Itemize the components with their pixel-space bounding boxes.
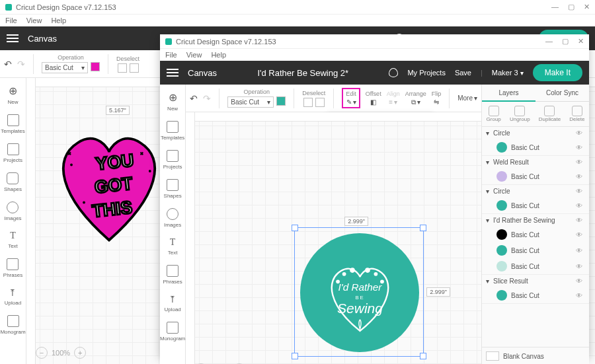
visibility-icon[interactable]: 👁: [576, 263, 585, 270]
visibility-icon[interactable]: 👁: [576, 277, 585, 285]
zoom-in-button[interactable]: +: [74, 347, 86, 359]
menu-file[interactable]: File: [5, 17, 17, 24]
redo-icon[interactable]: ↷: [17, 59, 25, 69]
color-sync-tab[interactable]: Color Sync: [536, 85, 589, 102]
bell-icon[interactable]: [389, 68, 398, 77]
layer-child[interactable]: Basic Cut👁: [482, 227, 589, 242]
maker-select[interactable]: Maker 3 ▾: [492, 69, 524, 77]
phrases-tool[interactable]: Phrases: [163, 265, 182, 285]
new-tool[interactable]: ⊕New: [167, 91, 178, 112]
color-swatch[interactable]: [276, 96, 286, 106]
layer-child[interactable]: Basic Cut👁: [482, 242, 589, 258]
edit-menu-button[interactable]: Edit ✎▾: [342, 88, 360, 108]
close-icon[interactable]: ✕: [584, 3, 590, 11]
flip-button[interactable]: Flip ⇋: [432, 91, 442, 106]
ungroup-button[interactable]: Ungroup: [510, 106, 530, 122]
layer-item[interactable]: ▾Slice Result👁Basic Cut👁: [482, 275, 589, 304]
select-all-button[interactable]: [303, 98, 313, 107]
more-button[interactable]: More▾: [457, 94, 477, 102]
hamburger-icon[interactable]: [7, 34, 19, 42]
arrange-button[interactable]: Arrange ⧉▾: [405, 91, 426, 106]
menu-help[interactable]: Help: [211, 51, 226, 59]
new-tool[interactable]: ⊕New: [7, 85, 18, 105]
visibility-icon[interactable]: 👁: [576, 231, 585, 238]
layers-tab[interactable]: Layers: [482, 85, 536, 102]
canvas-area-2[interactable]: 2.999" 2.999" I'd Rather: [186, 112, 481, 364]
minimize-icon[interactable]: —: [551, 3, 559, 11]
upload-tool[interactable]: ⤒Upload: [5, 287, 21, 306]
operation-select[interactable]: Basic Cut▾: [42, 62, 88, 73]
deselect-button[interactable]: [315, 98, 325, 107]
menu-view[interactable]: View: [186, 51, 202, 59]
layer-child[interactable]: Basic Cut👁: [482, 258, 589, 274]
layer-item[interactable]: ▾I'd Rather Be Sewing👁Basic Cut👁Basic Cu…: [482, 214, 589, 275]
resize-handle-bl[interactable]: [292, 353, 298, 359]
hamburger-icon[interactable]: [167, 69, 178, 77]
titlebar-1: Cricut Design Space v7.12.153 — ▢ ✕: [0, 0, 595, 15]
visibility-icon[interactable]: 👁: [576, 129, 585, 137]
color-swatch[interactable]: [91, 62, 100, 71]
visibility-icon[interactable]: 👁: [576, 217, 585, 224]
make-it-button[interactable]: Make It: [533, 64, 582, 81]
heart-design[interactable]: YOU GOT THIS: [46, 118, 172, 250]
offset-button[interactable]: Offset ◧: [366, 91, 381, 106]
visibility-icon[interactable]: 👁: [576, 173, 585, 180]
circle-design[interactable]: I'd Rather BE Sewing: [300, 233, 419, 352]
save-link[interactable]: Save: [455, 69, 471, 77]
layer-child[interactable]: Basic Cut👁: [482, 139, 589, 155]
visibility-icon[interactable]: 👁: [576, 144, 585, 151]
delete-button[interactable]: Delete: [569, 106, 584, 122]
maximize-icon[interactable]: ▢: [568, 3, 575, 11]
duplicate-button[interactable]: Duplicate: [539, 106, 561, 122]
redo-icon[interactable]: ↷: [203, 93, 211, 104]
layer-item[interactable]: ▾Circle👁Basic Cut👁: [482, 127, 589, 156]
monogram-tool[interactable]: Monogram: [0, 315, 25, 335]
resize-handle-tr[interactable]: [420, 225, 426, 231]
visibility-icon[interactable]: 👁: [576, 292, 585, 299]
layer-child[interactable]: Basic Cut👁: [482, 198, 589, 213]
undo-icon[interactable]: ↶: [190, 93, 198, 104]
projects-tool[interactable]: Projects: [163, 150, 182, 170]
align-button[interactable]: Align ≡▾: [387, 91, 400, 106]
maximize-icon[interactable]: ▢: [562, 37, 569, 46]
undo-icon[interactable]: ↶: [4, 59, 12, 69]
shapes-tool[interactable]: Shapes: [4, 172, 22, 192]
layer-item[interactable]: ▾Circle👁Basic Cut👁: [482, 185, 589, 214]
resize-handle-br[interactable]: [420, 353, 426, 359]
visibility-icon[interactable]: 👁: [576, 188, 585, 195]
images-tool[interactable]: Images: [164, 208, 181, 228]
phrases-tool[interactable]: Phrases: [3, 258, 22, 278]
menu-help[interactable]: Help: [51, 17, 66, 24]
layer-item[interactable]: ▾Weld Result👁Basic Cut👁: [482, 156, 589, 185]
menu-view[interactable]: View: [26, 17, 42, 24]
menu-file[interactable]: File: [165, 51, 177, 59]
shapes-tool[interactable]: Shapes: [164, 179, 182, 199]
align-icon: ≡: [389, 98, 393, 106]
deselect-button[interactable]: [130, 63, 139, 73]
images-tool[interactable]: Images: [4, 201, 21, 221]
text-tool[interactable]: TText: [8, 231, 18, 249]
zoom-out-button[interactable]: −: [36, 347, 48, 359]
visibility-icon[interactable]: 👁: [576, 247, 585, 254]
group-button[interactable]: Group: [487, 106, 501, 122]
visibility-icon[interactable]: 👁: [576, 159, 585, 166]
projects-tool[interactable]: Projects: [3, 143, 22, 163]
my-projects-link[interactable]: My Projects: [407, 69, 445, 77]
monogram-tool[interactable]: Monogram: [160, 322, 185, 342]
layer-child[interactable]: Basic Cut👁: [482, 168, 589, 184]
layer-swatch: [496, 200, 507, 211]
minimize-icon[interactable]: —: [545, 37, 553, 46]
text-tool[interactable]: TText: [168, 237, 178, 256]
upload-tool[interactable]: ⤒Upload: [164, 294, 180, 312]
close-icon[interactable]: ✕: [578, 37, 584, 46]
operation-select[interactable]: Basic Cut▾: [227, 96, 274, 108]
chevron-down-icon: ▾: [486, 129, 489, 137]
selection-box[interactable]: I'd Rather BE Sewing: [294, 227, 424, 357]
templates-tool[interactable]: Templates: [1, 114, 24, 134]
visibility-icon[interactable]: 👁: [576, 202, 585, 209]
layer-child[interactable]: Basic Cut👁: [482, 287, 589, 303]
templates-tool[interactable]: Templates: [161, 121, 184, 141]
select-all-button[interactable]: [118, 63, 127, 73]
resize-handle-tl[interactable]: [292, 225, 298, 231]
projects-icon: [7, 143, 19, 155]
